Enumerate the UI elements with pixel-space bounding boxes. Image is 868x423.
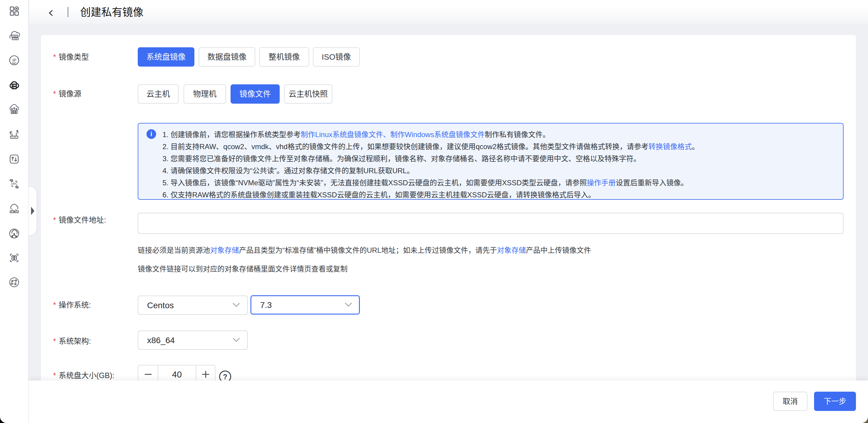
svg-text:VPC: VPC bbox=[11, 182, 18, 186]
svg-text:IP: IP bbox=[12, 58, 16, 63]
